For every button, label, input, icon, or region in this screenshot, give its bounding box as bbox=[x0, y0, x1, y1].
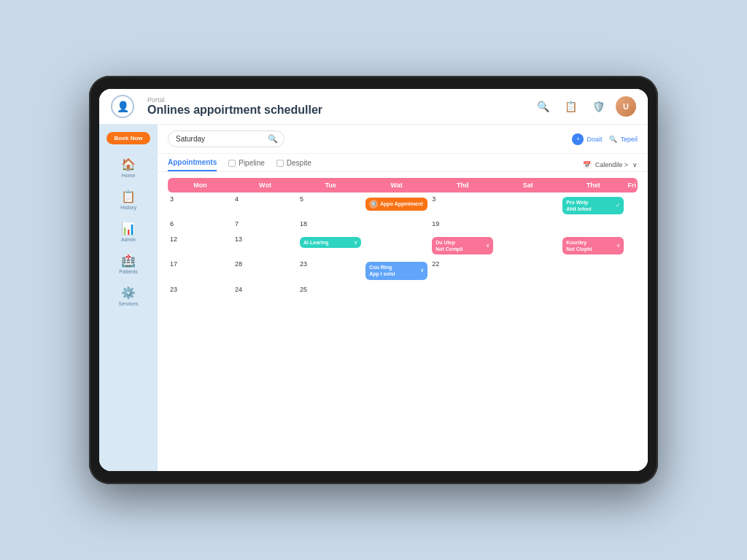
despite-checkbox[interactable] bbox=[276, 160, 284, 167]
cal-cell bbox=[495, 192, 560, 217]
calendar-header-row: Mon Wot Tue Wat Thd Sat Thet Fri bbox=[168, 178, 638, 192]
chevron-icon: ∨ bbox=[420, 268, 424, 273]
home-icon: 🏠 bbox=[121, 158, 136, 171]
cal-cell: 5 bbox=[298, 192, 363, 217]
header-logo-area: Portal Onlines appoirtment scheduller bbox=[147, 96, 322, 117]
tab-despite[interactable]: Despite bbox=[276, 159, 311, 171]
sidebar-item-history[interactable]: 📋 History bbox=[103, 185, 154, 214]
chevron-icon: ✓ bbox=[616, 203, 620, 209]
history-icon: 📋 bbox=[121, 190, 136, 203]
cal-cell bbox=[626, 233, 638, 257]
cal-cell bbox=[626, 192, 638, 217]
avatar[interactable]: U bbox=[616, 96, 636, 117]
sidebar-item-services[interactable]: ⚙️ Services bbox=[103, 281, 154, 311]
despite-label: Despite bbox=[287, 159, 311, 167]
tablet-screen: 👤 Portal Onlines appoirtment scheduller … bbox=[99, 89, 648, 471]
date-number: 22 bbox=[432, 260, 493, 268]
app-logo: 👤 bbox=[111, 95, 134, 118]
cal-cell: 3 bbox=[168, 192, 233, 217]
appointments-label: Appointments bbox=[168, 158, 217, 166]
event-label: Du UtepNot Compli bbox=[436, 239, 484, 252]
pipeline-checkbox[interactable] bbox=[228, 160, 236, 167]
tab-appointments[interactable]: Appointments bbox=[168, 158, 217, 171]
cal-cell: 24 bbox=[233, 283, 298, 298]
doait-label: Doait bbox=[587, 136, 602, 143]
calendar-icon: 📅 bbox=[583, 161, 591, 168]
date-number: 12 bbox=[170, 236, 231, 243]
date-number: 25 bbox=[300, 286, 361, 293]
cal-cell: 23 bbox=[298, 257, 363, 282]
cal-cell bbox=[495, 233, 560, 257]
tab-pipeline[interactable]: Pipeline bbox=[228, 159, 265, 171]
cal-cell: 7 bbox=[233, 217, 298, 233]
pipeline-label: Pipeline bbox=[239, 159, 265, 167]
date-number: 28 bbox=[235, 260, 295, 268]
sidebar-admin-label: Admin bbox=[121, 237, 136, 242]
day-header-wot: Wot bbox=[233, 178, 298, 192]
sidebar-item-patients[interactable]: 🏥 Patients bbox=[103, 249, 154, 279]
cal-cell: 28 bbox=[233, 257, 298, 282]
day-header-sat: Sat bbox=[495, 178, 560, 192]
event-pro-welp[interactable]: Pro WelpAhit Iofoni ✓ bbox=[562, 197, 624, 214]
date-number: 3 bbox=[432, 195, 493, 203]
tepeil-button[interactable]: 🔍 Tepeil bbox=[609, 136, 638, 143]
cal-cell: 18 bbox=[298, 217, 363, 233]
search-icon[interactable]: 🔍 bbox=[533, 96, 553, 117]
cal-cell: 3 bbox=[430, 192, 495, 217]
main-content: 🔍 + Doait 🔍 Tepeil bbox=[158, 125, 648, 471]
cal-cell: Cou RingApp I soivi ∨ bbox=[363, 257, 430, 282]
event-appo-appointment[interactable]: 🛡️ Appo Appintment bbox=[365, 198, 427, 211]
tepeil-icon: 🔍 bbox=[609, 136, 617, 143]
book-now-button[interactable]: Book Now bbox=[107, 132, 150, 144]
services-icon: ⚙️ bbox=[121, 286, 136, 300]
sidebar-history-label: History bbox=[120, 205, 136, 210]
day-header-tue: Tue bbox=[298, 178, 363, 192]
cal-cell bbox=[626, 217, 638, 233]
event-label: KourileyNot Ciophi bbox=[566, 239, 614, 252]
date-number: 24 bbox=[235, 286, 295, 293]
event-al-learing[interactable]: Al Learing ∨ bbox=[300, 237, 361, 248]
top-bar-actions: + Doait 🔍 Tepeil bbox=[572, 133, 638, 145]
sidebar-services-label: Services bbox=[119, 301, 139, 306]
shield-icon[interactable]: 🛡️ bbox=[588, 96, 608, 117]
notifications-icon[interactable]: 📋 bbox=[560, 96, 581, 117]
tepeil-label: Tepeil bbox=[620, 136, 638, 143]
cal-cell: 17 bbox=[168, 257, 233, 282]
cal-cell: Al Learing ∨ bbox=[298, 233, 363, 257]
cal-cell bbox=[363, 283, 430, 298]
event-du-utep[interactable]: Du UtepNot Compli ∨ bbox=[432, 237, 493, 254]
event-kouriley[interactable]: KourileyNot Ciophi ∨ bbox=[562, 237, 624, 254]
cal-cell bbox=[495, 283, 560, 298]
date-number: 5 bbox=[300, 195, 361, 203]
cal-cell: 12 bbox=[168, 233, 233, 257]
cal-cell: Du UtepNot Compli ∨ bbox=[430, 233, 495, 257]
calendar-nav[interactable]: 📅 Calendile > ∨ bbox=[583, 161, 638, 168]
date-number: 19 bbox=[432, 220, 493, 228]
date-number: 23 bbox=[170, 286, 231, 293]
sidebar-item-home[interactable]: 🏠 Home bbox=[103, 153, 154, 182]
doait-icon: + bbox=[572, 133, 584, 145]
calendar-row-3: 12 13 Al Learing ∨ bbox=[168, 233, 638, 257]
search-box[interactable]: 🔍 bbox=[168, 131, 285, 147]
search-input[interactable] bbox=[176, 135, 263, 143]
date-number: 13 bbox=[235, 236, 295, 243]
cal-cell: 13 bbox=[233, 233, 298, 257]
app-body: Book Now 🏠 Home 📋 History 📊 Admin 🏥 Pati… bbox=[99, 125, 648, 471]
day-header-wat: Wat bbox=[363, 178, 430, 192]
event-shield-icon: 🛡️ bbox=[369, 200, 378, 209]
doait-button[interactable]: + Doait bbox=[572, 133, 602, 145]
cal-cell bbox=[430, 283, 495, 298]
app-header: 👤 Portal Onlines appoirtment scheduller … bbox=[99, 89, 648, 125]
cal-cell bbox=[560, 283, 626, 298]
cal-cell: 4 bbox=[233, 192, 298, 217]
event-label: Cou RingApp I soivi bbox=[369, 264, 418, 277]
cal-cell: 25 bbox=[298, 283, 363, 298]
header-icons: 🔍 📋 🛡️ U bbox=[533, 96, 636, 117]
cal-cell bbox=[560, 217, 626, 233]
cal-cell: 6 bbox=[168, 217, 233, 233]
date-number: 7 bbox=[235, 220, 295, 228]
chevron-icon: ∨ bbox=[354, 240, 357, 246]
sidebar-item-admin[interactable]: 📊 Admin bbox=[103, 217, 154, 246]
calendar-container: Mon Wot Tue Wat Thd Sat Thet Fri bbox=[158, 172, 648, 471]
event-cou-ring[interactable]: Cou RingApp I soivi ∨ bbox=[365, 262, 427, 279]
